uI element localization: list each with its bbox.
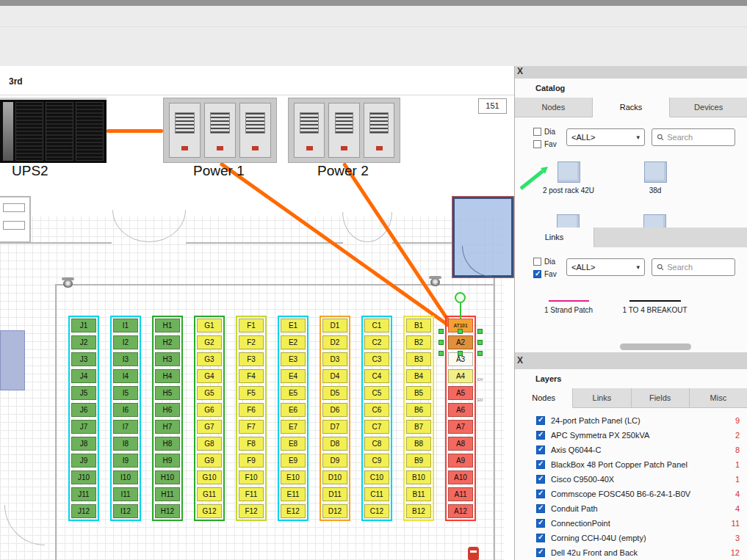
layer-checkbox[interactable]: [536, 490, 545, 498]
rack-column-g[interactable]: G1G2G3G4G5G6G7G8G9G10G11G12: [194, 316, 225, 521]
fire-device-icon[interactable]: [468, 547, 479, 560]
rack-cell-h2[interactable]: H2: [155, 335, 180, 349]
rack-cell-h4[interactable]: H4: [155, 369, 180, 383]
rack-cell-b11[interactable]: B11: [406, 487, 431, 501]
selection-handle[interactable]: [439, 329, 444, 334]
rack-cell-j12[interactable]: J12: [71, 504, 96, 518]
layer-row[interactable]: Dell 42u Front and Back12: [515, 545, 747, 560]
selection-rotate-handle[interactable]: [455, 292, 466, 303]
rack-cell-c8[interactable]: C8: [364, 437, 389, 451]
layer-row[interactable]: APC Symmetra PX 250kVA2: [515, 428, 747, 443]
rack-cell-a10[interactable]: A10: [448, 470, 473, 484]
layer-row[interactable]: Commscope FOSC450 B6-6-24-1-B0V4: [515, 487, 747, 501]
rack-cell-d8[interactable]: D8: [322, 437, 347, 451]
rack-cell-a11[interactable]: A11: [448, 487, 473, 501]
rack-cell-i1[interactable]: I1: [113, 319, 138, 332]
rack-cell-e7[interactable]: E7: [281, 420, 306, 434]
rack-cell-e8[interactable]: E8: [281, 437, 306, 451]
selection-handle[interactable]: [458, 351, 463, 356]
rack-cell-j4[interactable]: J4: [71, 369, 96, 383]
rack-cell-h11[interactable]: H11: [155, 487, 180, 501]
rack-cell-a5[interactable]: A5: [448, 386, 473, 400]
tab-nodes[interactable]: Nodes: [515, 388, 573, 408]
rack-cell-j1[interactable]: J1: [71, 319, 96, 332]
rack-cell-i5[interactable]: I5: [113, 386, 138, 400]
rack-cell-d12[interactable]: D12: [322, 504, 347, 518]
rack-cell-h9[interactable]: H9: [155, 454, 180, 468]
selection-handle[interactable]: [477, 351, 483, 356]
rack-cell-i4[interactable]: I4: [113, 369, 138, 383]
rack-cell-d6[interactable]: D6: [322, 403, 347, 417]
rack-cell-d4[interactable]: D4: [322, 369, 347, 383]
rack-cell-e4[interactable]: E4: [281, 369, 306, 383]
rack-cell-e1[interactable]: E1: [281, 319, 306, 332]
rack-cell-c9[interactable]: C9: [364, 454, 389, 468]
rack-cell-f9[interactable]: F9: [239, 454, 264, 468]
catalog-item[interactable]: 38d: [622, 161, 688, 194]
rack-column-i[interactable]: I1I2I3I4I5I6I7I8I9I10I11I12: [110, 316, 141, 521]
rack-cell-j3[interactable]: J3: [71, 352, 96, 366]
layer-row[interactable]: Cisco C9500-40X1: [515, 472, 747, 487]
layer-checkbox[interactable]: [536, 416, 545, 425]
camera-icon[interactable]: [62, 277, 74, 288]
rack-cell-g1[interactable]: G1: [197, 319, 222, 332]
rack-cell-b2[interactable]: B2: [406, 335, 431, 349]
rack-cell-c3[interactable]: C3: [364, 352, 389, 366]
rack-cell-e11[interactable]: E11: [281, 487, 306, 501]
rack-cell-c11[interactable]: C11: [364, 487, 389, 501]
power1-image[interactable]: [163, 98, 277, 163]
rack-cell-g7[interactable]: G7: [197, 420, 222, 434]
power2-image[interactable]: [288, 98, 400, 163]
rack-cell-h5[interactable]: H5: [155, 386, 180, 400]
rack-cell-b6[interactable]: B6: [406, 403, 431, 417]
link-item[interactable]: 1 TO 4 BREAKOUT: [609, 300, 701, 314]
rack-cell-f1[interactable]: F1: [239, 319, 264, 332]
rack-cell-j5[interactable]: J5: [71, 386, 96, 400]
rack-cell-c7[interactable]: C7: [364, 420, 389, 434]
rack-cell-e2[interactable]: E2: [281, 335, 306, 349]
ups2-image[interactable]: [0, 98, 107, 163]
rack-cell-h7[interactable]: H7: [155, 420, 180, 434]
rack-cell-f5[interactable]: F5: [239, 386, 264, 400]
rack-cell-d2[interactable]: D2: [322, 335, 347, 349]
rack-cell-a12[interactable]: A12: [448, 504, 473, 518]
rack-cell-b9[interactable]: B9: [406, 454, 431, 468]
rack-column-d[interactable]: D1D2D3D4D5D6D7D8D9D10D11D12: [320, 316, 350, 521]
rack-cell-f10[interactable]: F10: [239, 470, 264, 484]
layer-checkbox[interactable]: [536, 475, 545, 484]
rack-cell-g12[interactable]: G12: [197, 504, 222, 518]
rack-cell-c2[interactable]: C2: [364, 335, 389, 349]
layer-checkbox[interactable]: [536, 504, 545, 513]
selection-handle[interactable]: [439, 340, 444, 345]
layer-row[interactable]: Axis Q6044-C8: [515, 443, 747, 457]
rack-cell-d7[interactable]: D7: [322, 420, 347, 434]
rack-cell-g4[interactable]: G4: [197, 369, 222, 383]
rack-column-f[interactable]: F1F2F3F4F5F6F7F8F9F10F11F12: [236, 316, 267, 521]
rack-cell-g6[interactable]: G6: [197, 403, 222, 417]
rack-cell-i7[interactable]: I7: [113, 420, 138, 434]
rack-cell-e3[interactable]: E3: [281, 352, 306, 366]
rack-cell-c5[interactable]: C5: [364, 386, 389, 400]
rack-cell-h3[interactable]: H3: [155, 352, 180, 366]
catalog-close-button[interactable]: X: [517, 66, 529, 77]
rack-cell-h6[interactable]: H6: [155, 403, 180, 417]
layer-checkbox[interactable]: [536, 548, 545, 557]
rack-cell-f8[interactable]: F8: [239, 437, 264, 451]
rack-cell-f11[interactable]: F11: [239, 487, 264, 501]
rack-cell-a7[interactable]: A7: [448, 420, 473, 434]
rack-cell-c6[interactable]: C6: [364, 403, 389, 417]
rack-cell-b5[interactable]: B5: [406, 386, 431, 400]
rack-cell-g2[interactable]: G2: [197, 335, 222, 349]
floorplan-canvas[interactable]: 3rd 151 UPS2 Power 1 Power 2 J1J2J3J4J5J…: [0, 66, 514, 560]
layer-row[interactable]: Conduit Path4: [515, 501, 747, 516]
rack-icon[interactable]: [643, 214, 666, 228]
rack-cell-f12[interactable]: F12: [239, 504, 264, 518]
horizontal-scrollbar[interactable]: [620, 343, 691, 350]
power-link-ups2-power1[interactable]: [107, 129, 163, 133]
rack-cell-i11[interactable]: I11: [113, 487, 138, 501]
rack-icon[interactable]: [557, 214, 580, 228]
tab-misc[interactable]: Misc: [690, 388, 747, 408]
layer-checkbox[interactable]: [536, 431, 545, 440]
rack-cell-i8[interactable]: I8: [113, 437, 138, 451]
rack-cell-f3[interactable]: F3: [239, 352, 264, 366]
